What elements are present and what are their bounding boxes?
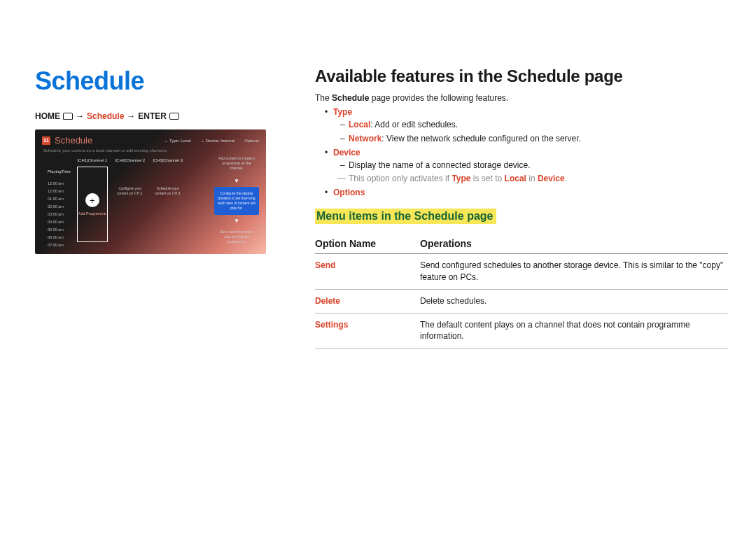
time-slot: 02:00 am xyxy=(48,204,71,209)
time-slot: 12:00 am xyxy=(48,181,71,185)
plus-icon: + xyxy=(85,193,99,207)
table-row: Send Send configured schedules to anothe… xyxy=(315,254,728,290)
sidebar-tip-top: Add content to create a programme on the… xyxy=(214,152,259,175)
table-header-operations: Operations xyxy=(420,234,728,254)
row-settings-ops: The default content plays on a channel t… xyxy=(420,313,728,349)
page-title: Schedule xyxy=(35,66,266,96)
add-programme-label: Add Programme xyxy=(78,211,106,216)
device-screenshot: 31 Schedule ⌄Type: Local ⌄Device: Intern… xyxy=(35,129,266,254)
time-slot: 05:00 am xyxy=(48,227,71,232)
tab-type: ⌄Type: Local xyxy=(164,138,191,143)
col-ch2: [CH2]Channel 2 xyxy=(115,158,145,162)
triangle-down-icon: ▼ xyxy=(214,178,259,184)
breadcrumb-schedule: Schedule xyxy=(87,111,124,121)
feature-device: Device Display the name of a connected s… xyxy=(325,148,728,185)
breadcrumb-enter: ENTER xyxy=(138,111,167,121)
feature-options: Options xyxy=(325,188,728,197)
home-icon xyxy=(63,113,73,120)
subheading: Menu items in the Schedule page xyxy=(315,209,496,224)
intro-text: The Schedule page provides the following… xyxy=(315,93,728,103)
ch3-text: Schedule your content on CH 3. xyxy=(152,186,184,196)
time-slot: 12:00 am xyxy=(48,189,71,193)
screenshot-title: Schedule xyxy=(55,135,92,146)
triangle-down-icon: ▼ xyxy=(214,218,259,224)
feature-device-note: This option only activates if Type is se… xyxy=(333,173,728,185)
col-playing-time: PlayingTime xyxy=(48,169,71,174)
sidebar-tip-middle: Configure the display duration to set ho… xyxy=(214,187,259,215)
col-ch3: [CH3]Channel 3 xyxy=(153,158,183,162)
row-settings-name: Settings xyxy=(315,313,420,349)
arrow-icon: → xyxy=(76,111,84,121)
sidebar-tip-bottom: Set a start time and a stop time for the… xyxy=(214,227,259,247)
table-header-option: Option Name xyxy=(315,234,420,254)
add-programme-box: + Add Programme xyxy=(77,167,108,242)
breadcrumb-home: HOME xyxy=(35,111,60,121)
chevron-down-icon: ⌄ xyxy=(201,138,204,143)
ch2-text: Configure your content on CH 2. xyxy=(114,186,146,196)
row-send-name: Send xyxy=(315,254,420,290)
col-ch1: [CH1]Channel 1 xyxy=(77,158,107,162)
table-row: Settings The default content plays on a … xyxy=(315,313,728,349)
tab-device: ⌄Device: Internal xyxy=(201,138,235,143)
time-slot: 04:00 am xyxy=(48,220,71,224)
time-slot: 01:00 am xyxy=(48,197,71,201)
feature-type-local: Local: Add or edit schedules. xyxy=(333,119,728,131)
time-slot: 03:00 am xyxy=(48,212,71,216)
tab-options: Options xyxy=(244,139,259,143)
row-delete-name: Delete xyxy=(315,289,420,313)
calendar-icon: 31 xyxy=(42,136,50,145)
enter-icon xyxy=(169,113,179,120)
feature-type-network: Network: View the network schedule confi… xyxy=(333,133,728,145)
time-slot: 06:00 am xyxy=(48,235,71,239)
breadcrumb: HOME → Schedule → ENTER xyxy=(35,111,266,121)
feature-device-line1: Display the name of a connected storage … xyxy=(333,160,728,171)
feature-type: Type Local: Add or edit schedules. Netwo… xyxy=(325,107,728,145)
table-row: Delete Delete schedules. xyxy=(315,289,728,313)
row-send-ops: Send configured schedules to another sto… xyxy=(420,254,728,290)
chevron-down-icon: ⌄ xyxy=(164,138,168,143)
menu-items-table: Option Name Operations Send Send configu… xyxy=(315,234,728,349)
arrow-icon: → xyxy=(127,111,135,121)
time-slot: 07:00 am xyxy=(48,243,71,247)
section-heading: Available features in the Schedule page xyxy=(315,66,728,86)
row-delete-ops: Delete schedules. xyxy=(420,289,728,313)
